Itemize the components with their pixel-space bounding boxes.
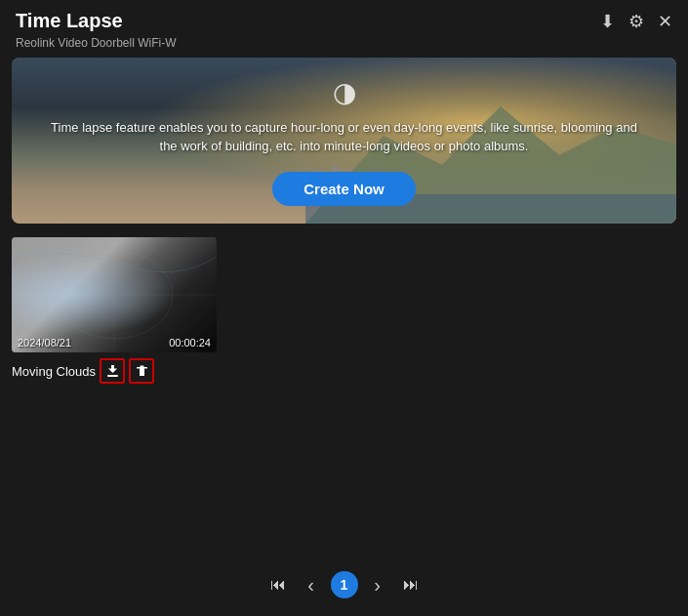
svg-rect-10 — [107, 375, 118, 377]
page-title: Time Lapse — [16, 10, 123, 32]
last-page-button[interactable]: ⏭ — [397, 571, 425, 598]
header: Time Lapse ⬇ ⚙ ✕ — [0, 0, 688, 36]
download-icon — [106, 365, 119, 378]
first-page-button[interactable]: ⏮ — [264, 571, 292, 598]
download-icon[interactable]: ⬇ — [600, 13, 615, 30]
download-video-button[interactable] — [100, 358, 125, 384]
subtitle: Reolink Video Doorbell WiFi-W — [0, 36, 688, 58]
pagination: ⏮ ‹ 1 › ⏭ — [0, 571, 688, 598]
content-area: 2024/08/21 00:00:24 Moving Clouds — [0, 224, 688, 397]
video-thumbnail[interactable]: 2024/08/21 00:00:24 — [12, 237, 217, 352]
close-icon[interactable]: ✕ — [658, 13, 672, 30]
header-actions: ⬇ ⚙ ✕ — [600, 13, 672, 30]
banner-overlay: ◑ Time lapse feature enables you to capt… — [12, 58, 676, 224]
create-now-button[interactable]: Create Now — [272, 172, 416, 206]
video-duration: 00:00:24 — [169, 337, 211, 349]
video-date: 2024/08/21 — [18, 337, 71, 349]
prev-page-button[interactable]: ‹ — [298, 571, 325, 598]
delete-video-button[interactable] — [129, 358, 154, 384]
video-meta: Moving Clouds — [12, 358, 217, 384]
banner: ◑ Time lapse feature enables you to capt… — [12, 58, 676, 224]
settings-icon[interactable]: ⚙ — [628, 13, 644, 30]
video-item: 2024/08/21 00:00:24 Moving Clouds — [12, 237, 217, 384]
spinner-icon: ◑ — [333, 76, 356, 108]
trash-icon — [136, 365, 148, 378]
video-name: Moving Clouds — [12, 364, 96, 379]
next-page-button[interactable]: › — [364, 571, 391, 598]
thumb-overlay: 2024/08/21 00:00:24 — [12, 333, 217, 352]
svg-rect-14 — [140, 365, 143, 367]
page-1-button[interactable]: 1 — [331, 571, 358, 598]
svg-rect-12 — [140, 368, 144, 376]
svg-rect-13 — [137, 367, 147, 369]
banner-description: Time lapse feature enables you to captur… — [51, 118, 637, 156]
svg-marker-11 — [108, 365, 117, 373]
